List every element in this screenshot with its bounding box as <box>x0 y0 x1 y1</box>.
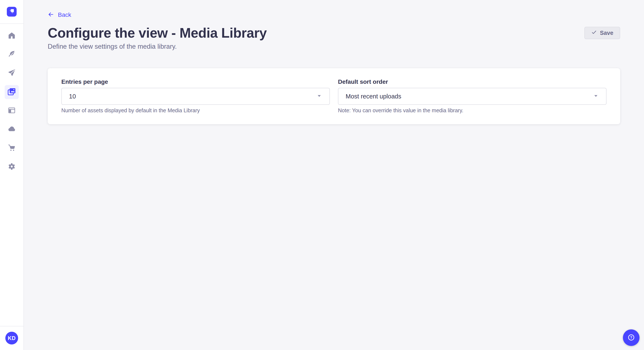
back-label: Back <box>58 11 71 18</box>
sidebar-item-home[interactable] <box>5 29 19 43</box>
save-button[interactable]: Save <box>584 27 620 39</box>
question-mark-icon: ? <box>627 334 635 342</box>
field-hint: Note: You can override this value in the… <box>338 107 606 114</box>
field-label: Default sort order <box>338 78 606 85</box>
logo-section <box>0 0 24 24</box>
svg-text:?: ? <box>630 335 632 339</box>
feather-icon <box>8 50 16 59</box>
select-value: 10 <box>69 93 316 100</box>
sidebar: KD <box>0 0 24 350</box>
home-icon <box>8 31 16 40</box>
main-content: Back Configure the view - Media Library … <box>24 0 644 124</box>
field-hint: Number of assets displayed by default in… <box>61 107 330 114</box>
layout-icon <box>8 106 16 115</box>
sidebar-item-marketplace[interactable] <box>5 141 19 155</box>
check-icon <box>591 29 597 37</box>
chevron-down-icon <box>593 93 599 100</box>
field-entries-per-page: Entries per page 10 Number of assets dis… <box>61 78 330 114</box>
back-link[interactable]: Back <box>48 11 71 18</box>
user-avatar[interactable]: KD <box>5 332 18 345</box>
field-default-sort-order: Default sort order Most recent uploads N… <box>338 78 606 114</box>
sidebar-nav <box>0 24 24 174</box>
paper-plane-icon <box>8 69 16 78</box>
save-button-label: Save <box>600 30 613 36</box>
strapi-logo[interactable] <box>7 7 16 16</box>
help-button[interactable]: ? <box>623 329 640 346</box>
cart-icon <box>8 144 16 153</box>
view-settings-card: Entries per page 10 Number of assets dis… <box>48 68 620 124</box>
sidebar-item-content-manager[interactable] <box>5 48 19 62</box>
chevron-down-icon <box>316 93 322 100</box>
sidebar-item-media-library[interactable] <box>5 85 19 99</box>
select-value: Most recent uploads <box>346 93 593 100</box>
title-row: Configure the view - Media Library Save <box>48 25 620 41</box>
default-sort-order-select[interactable]: Most recent uploads <box>338 88 606 105</box>
cloud-icon <box>8 125 16 134</box>
sidebar-item-cloud[interactable] <box>5 123 19 137</box>
page-subtitle: Define the view settings of the media li… <box>48 43 620 50</box>
strapi-logo-icon <box>7 6 16 17</box>
sidebar-footer: KD <box>0 326 24 350</box>
field-label: Entries per page <box>61 78 330 85</box>
entries-per-page-select[interactable]: 10 <box>61 88 330 105</box>
sidebar-item-content-type-builder[interactable] <box>5 104 19 118</box>
page-title: Configure the view - Media Library <box>48 25 584 41</box>
gear-icon <box>8 163 16 172</box>
sidebar-item-settings[interactable] <box>5 160 19 174</box>
sidebar-item-releases[interactable] <box>5 66 19 80</box>
media-library-icon <box>7 87 16 97</box>
arrow-left-icon <box>48 11 54 18</box>
